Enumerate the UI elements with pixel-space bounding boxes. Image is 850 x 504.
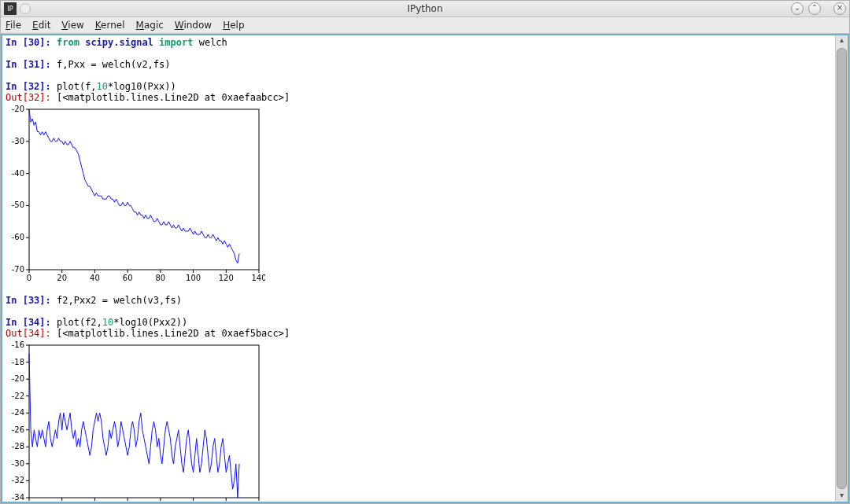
window-controls: ⌄ ⌃ × <box>791 2 846 15</box>
svg-text:0: 0 <box>27 274 31 282</box>
window-title: IPython <box>1 3 849 14</box>
menu-edit[interactable]: Edit <box>32 20 50 31</box>
svg-rect-0 <box>29 109 259 270</box>
out-prompt-32: Out[32]: <box>6 92 51 103</box>
scroll-down-arrow[interactable]: ▾ <box>836 491 848 502</box>
svg-text:140: 140 <box>251 274 265 282</box>
in-prompt-31: In [31]: <box>6 59 51 70</box>
svg-text:-20: -20 <box>12 105 24 113</box>
menu-file[interactable]: File <box>6 20 21 31</box>
num-literal: 10 <box>102 317 113 328</box>
out-text: [<matplotlib.lines.Line2D at 0xaef5bacc>… <box>51 328 290 339</box>
svg-rect-29 <box>29 345 259 498</box>
menu-kernel[interactable]: Kernel <box>95 20 125 31</box>
menu-help[interactable]: Help <box>223 20 244 31</box>
psd-chart-1: 020406080100120140-70-60-50-40-30-20 <box>6 105 265 284</box>
app-secondary-icon <box>20 3 31 14</box>
code-text: *log10(Pxx2)) <box>113 317 187 328</box>
code-text: plot(f2, <box>51 317 102 328</box>
code-text: welch <box>193 37 227 48</box>
code-text: plot(f, <box>51 81 97 92</box>
console-frame: In [30]: from scipy.signal import welch … <box>1 34 849 503</box>
svg-text:60: 60 <box>123 274 133 282</box>
code-text: *log10(Pxx)) <box>108 81 176 92</box>
psd-chart-2: 020406080100120140-34-32-30-28-26-24-22-… <box>6 340 265 502</box>
scroll-up-arrow[interactable]: ▴ <box>836 35 848 46</box>
close-button[interactable]: × <box>833 2 846 15</box>
app-icon: IP <box>4 2 17 15</box>
titlebar[interactable]: IP IPython ⌄ ⌃ × <box>1 1 849 17</box>
svg-text:-18: -18 <box>12 358 24 366</box>
kw-from: from <box>57 37 79 48</box>
menu-view[interactable]: View <box>61 20 83 31</box>
svg-text:-24: -24 <box>12 408 24 417</box>
num-literal: 10 <box>97 81 108 92</box>
module-name: scipy.signal <box>85 37 153 48</box>
menu-window[interactable]: Window <box>175 20 212 31</box>
svg-text:-60: -60 <box>12 233 24 241</box>
svg-text:-32: -32 <box>12 476 24 484</box>
svg-text:40: 40 <box>90 274 100 282</box>
out-prompt-34: Out[34]: <box>6 328 51 339</box>
menubar: File Edit View Kernel Magic Window Help <box>1 17 849 34</box>
svg-text:-30: -30 <box>12 459 24 468</box>
code-text: f,Pxx = welch(v2,fs) <box>51 59 171 70</box>
svg-text:-50: -50 <box>12 200 24 209</box>
app-window: IP IPython ⌄ ⌃ × File Edit View Kernel M… <box>0 0 850 504</box>
in-prompt-32: In [32]: <box>6 81 51 92</box>
svg-text:-20: -20 <box>12 374 24 383</box>
in-prompt-33: In [33]: <box>6 295 51 306</box>
svg-text:120: 120 <box>219 274 234 282</box>
scroll-thumb[interactable] <box>837 48 847 489</box>
out-text: [<matplotlib.lines.Line2D at 0xaefaabcc>… <box>51 92 290 103</box>
svg-text:20: 20 <box>57 274 67 282</box>
svg-text:-70: -70 <box>12 265 24 274</box>
svg-text:-40: -40 <box>12 169 24 178</box>
svg-text:-30: -30 <box>12 137 24 145</box>
console[interactable]: In [30]: from scipy.signal import welch … <box>2 35 835 502</box>
svg-text:-34: -34 <box>12 493 24 502</box>
svg-text:100: 100 <box>186 274 201 282</box>
svg-text:-16: -16 <box>12 340 24 349</box>
in-prompt-34: In [34]: <box>6 317 51 328</box>
svg-text:-28: -28 <box>12 442 24 451</box>
kw-import: import <box>159 37 193 48</box>
maximize-button[interactable]: ⌃ <box>808 2 821 15</box>
svg-text:80: 80 <box>155 274 165 282</box>
menu-magic[interactable]: Magic <box>136 20 164 31</box>
in-prompt-30: In [30]: <box>6 37 51 48</box>
code-text: f2,Pxx2 = welch(v3,fs) <box>51 295 182 306</box>
vertical-scrollbar[interactable]: ▴ ▾ <box>835 35 848 502</box>
minimize-button[interactable]: ⌄ <box>791 2 804 15</box>
svg-text:-22: -22 <box>12 392 24 400</box>
svg-text:-26: -26 <box>12 425 24 434</box>
